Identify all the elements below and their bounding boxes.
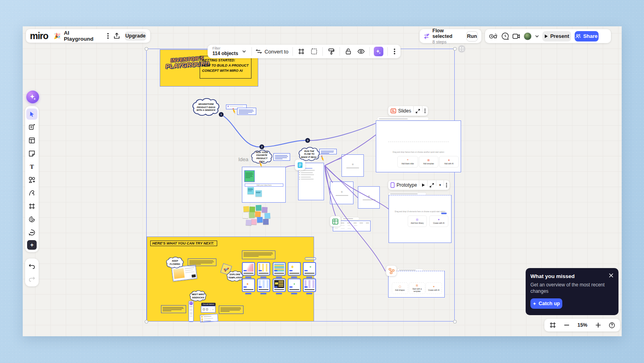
prototype-menu-icon[interactable] (446, 183, 447, 187)
sticky-note-tool[interactable] (26, 148, 37, 159)
mini-sticky-note[interactable] (257, 217, 263, 223)
sticky-cluster[interactable] (242, 205, 271, 229)
select-tool[interactable] (26, 109, 37, 120)
slides-add-ai-card[interactable]: ✦Add with AI (439, 156, 459, 168)
zoom-out-icon[interactable] (564, 325, 569, 326)
frames-tool[interactable] (26, 135, 37, 146)
mini-sticky-note[interactable] (249, 207, 255, 212)
convert-to-button[interactable]: Convert to (256, 49, 289, 55)
prototype-create-ai-card[interactable]: ✦Create with AI (429, 215, 448, 227)
prototype-sparkle-icon[interactable]: ✦ (438, 183, 442, 187)
selection-handle-br[interactable] (453, 320, 457, 324)
zoom-in-icon[interactable] (596, 323, 601, 327)
redo-button[interactable] (26, 274, 37, 283)
flowchart-icon[interactable] (386, 266, 397, 276)
table-icon[interactable] (330, 216, 341, 227)
fit-screen-icon[interactable] (550, 322, 556, 328)
concept-box-b[interactable]: ⊞ (330, 182, 353, 204)
mini-sticky-note[interactable] (246, 220, 252, 226)
text-tool[interactable]: T (26, 161, 37, 172)
prototype-pill[interactable]: Prototype ✦ (388, 180, 450, 190)
slides-add-blank-card[interactable]: +Add blank slide (397, 156, 418, 168)
avatar-chevron-icon[interactable] (535, 35, 539, 37)
stickers-tool[interactable] (26, 214, 37, 225)
idea-input[interactable]: Add your idea here (245, 183, 283, 187)
zoom-level[interactable]: 15% (577, 322, 587, 328)
hide-icon[interactable] (357, 49, 365, 54)
select-area-icon[interactable] (310, 48, 318, 55)
ai-assistant-button[interactable] (26, 91, 39, 103)
prototype-expand-icon[interactable] (430, 183, 434, 187)
annotation-text-1[interactable] (237, 108, 256, 115)
flowchart-panel[interactable]: ⬡Add shapes ⊞Start with a template ✦Crea… (388, 271, 445, 298)
chevron-down-icon (242, 50, 246, 53)
mini-sticky-note[interactable] (265, 213, 271, 219)
present-button[interactable]: Present (542, 31, 571, 41)
catch-up-button[interactable]: ✦Catch up (530, 298, 562, 309)
filter-dropdown[interactable]: Filter 114 objects (211, 47, 247, 56)
flowchart-template-card[interactable]: ⊞Start with a template (409, 282, 425, 294)
mini-sticky-note[interactable] (251, 219, 257, 225)
mini-sticky-note[interactable] (262, 207, 268, 213)
cyan-sticky-1[interactable] (247, 187, 254, 194)
prototype-add-library-card[interactable]: ⊟Add from library (408, 215, 427, 227)
comments-icon[interactable] (501, 32, 509, 40)
flowchart-add-shapes-card[interactable]: ⬡Add shapes (392, 282, 408, 294)
prototype-play-icon[interactable] (421, 183, 425, 187)
slides-expand-icon[interactable] (416, 109, 420, 113)
flowchart-create-ai-card[interactable]: ✦Create with AI (426, 282, 442, 294)
board-title[interactable]: AI Playground (64, 30, 99, 42)
export-icon[interactable] (114, 33, 120, 39)
upgrade-button[interactable]: Upgrade (125, 32, 146, 41)
share-button[interactable]: Share (575, 31, 599, 41)
pen-tool[interactable] (26, 187, 37, 199)
selection-handle-bl[interactable] (145, 320, 148, 324)
selection-drag-puck[interactable] (458, 45, 465, 53)
miro-logo[interactable]: miro (30, 31, 48, 41)
selection-handle-tr[interactable] (453, 47, 457, 51)
reactions-icon[interactable] (489, 33, 498, 40)
format-paint-icon[interactable] (327, 48, 336, 55)
frame-tool[interactable] (26, 201, 37, 212)
more-tools-button[interactable]: + (27, 240, 37, 250)
mini-sticky-note[interactable] (243, 213, 248, 218)
selection-handle-tl[interactable] (145, 47, 148, 51)
slides-icon (391, 109, 396, 113)
mini-sticky-note[interactable] (249, 212, 255, 218)
board-menu-icon[interactable] (107, 33, 109, 39)
frame-it-icon[interactable] (297, 48, 306, 55)
prototype-panel[interactable]: Drag and drop UI elements here or choose… (389, 195, 452, 243)
undo-button[interactable] (26, 262, 37, 270)
ai-actions-button[interactable] (374, 47, 383, 56)
comment-tool[interactable] (26, 227, 37, 238)
mini-sticky-note[interactable] (256, 205, 261, 211)
toolbar-menu-icon[interactable] (392, 48, 397, 55)
concept-box-a[interactable]: ⊞ (342, 154, 364, 177)
flow-step-3[interactable]: 3 (305, 138, 310, 143)
mini-sticky-note[interactable] (263, 219, 269, 225)
idea-box[interactable]: Add your idea here (242, 167, 286, 203)
slides-panel[interactable]: Drag and drop frames here or choose anot… (376, 120, 461, 172)
avatar[interactable] (524, 32, 532, 40)
slides-add-template-card[interactable]: ⊞Add template (419, 156, 438, 168)
green-sticky-note[interactable] (244, 170, 255, 182)
video-icon[interactable] (512, 34, 520, 39)
slides-pill[interactable]: Slides (388, 106, 428, 116)
mini-sticky-note[interactable] (243, 206, 249, 212)
concept-box-c[interactable]: ⊞ (358, 186, 380, 209)
flow-step-1[interactable]: 1 (219, 112, 224, 117)
shapes-tool[interactable] (26, 174, 37, 185)
lock-icon[interactable] (344, 48, 353, 55)
cloud-brainstorm[interactable]: BRAINSTORM PRODUCT IDEAS WITH A SIDEKICK (191, 97, 221, 118)
run-button[interactable]: Run (466, 31, 478, 41)
annotation-text-2[interactable] (273, 153, 290, 161)
popup-close-icon[interactable] (609, 273, 613, 278)
annotation-text-3[interactable] (319, 149, 337, 154)
cloud-run-flow[interactable]: RUN THE FLOW TO MAKE IT REAL! (298, 146, 321, 163)
templates-tool[interactable] (26, 122, 37, 133)
mini-sticky-note[interactable] (255, 211, 261, 217)
slides-menu-icon[interactable] (424, 109, 426, 113)
flow-step-2[interactable]: 2 (259, 144, 264, 149)
help-icon[interactable] (609, 322, 615, 328)
cyan-sticky-2[interactable] (255, 190, 262, 197)
